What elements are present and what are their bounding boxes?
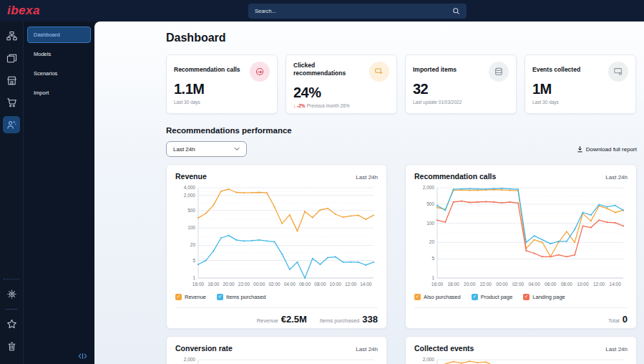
svg-text:5: 5 xyxy=(431,256,434,261)
secondary-sidebar: Dashboard Models Scenarios Import xyxy=(23,21,94,364)
stat-title: Clicked recommendations xyxy=(293,62,369,77)
legend-label: Product page xyxy=(481,294,513,300)
chart-footer: Revenue€2.5MItems purchased338 xyxy=(175,312,378,325)
stat-value: 1.1M xyxy=(174,81,270,97)
legend-checkbox[interactable]: ✓ xyxy=(175,294,182,300)
stat-card-clicked-recommendations: Clicked recommendations 24% ↓ -2%Previou… xyxy=(286,54,397,114)
settings-gear-icon[interactable] xyxy=(3,285,20,302)
personalization-icon[interactable] xyxy=(3,116,20,133)
svg-text:20: 20 xyxy=(190,242,196,247)
commerce-cart-icon[interactable] xyxy=(3,94,20,111)
svg-text:2,000: 2,000 xyxy=(184,357,196,362)
svg-text:10:00: 10:00 xyxy=(330,282,342,287)
svg-text:500: 500 xyxy=(426,201,434,206)
sidebar-item-dashboard[interactable]: Dashboard xyxy=(27,27,91,43)
legend-label: Landing page xyxy=(532,294,565,300)
divider xyxy=(175,307,378,308)
svg-text:06:00: 06:00 xyxy=(299,282,311,287)
svg-text:22:00: 22:00 xyxy=(238,282,250,287)
ibexa-logo[interactable]: ibexa xyxy=(7,4,40,18)
recommendation-calls-chart: 2,000500100205116:0018:0020:0022:0000:00… xyxy=(414,182,628,292)
controls-row: Last 24h Download full report xyxy=(166,141,637,157)
delta-down: ↓ -2% xyxy=(293,103,306,108)
legend-label: Items purchased xyxy=(226,294,265,300)
chart-card-revenue: RevenueLast 24h 4,0002,000500100205116:0… xyxy=(166,164,387,329)
database-icon xyxy=(489,62,509,82)
charts-grid: RevenueLast 24h 4,0002,000500100205116:0… xyxy=(166,164,637,364)
svg-text:20:00: 20:00 xyxy=(223,282,235,287)
legend-checkbox[interactable]: ✓ xyxy=(472,294,478,300)
svg-text:10:00: 10:00 xyxy=(577,282,589,287)
download-full-report-link[interactable]: Download full report xyxy=(577,145,637,153)
legend-checkbox[interactable]: ✓ xyxy=(523,294,530,300)
svg-text:1: 1 xyxy=(192,275,195,280)
stat-value: 32 xyxy=(413,81,509,97)
sidebar-item-models[interactable]: Models xyxy=(27,46,91,62)
footer-metric: Total0 xyxy=(608,312,628,325)
conversion-rate-chart: 2,000500100205116:0018:0020:0022:0000:00… xyxy=(175,354,378,364)
chart-title: Recommendation calls xyxy=(414,172,496,181)
legend-checkbox[interactable]: ✓ xyxy=(414,294,421,300)
search-icon[interactable] xyxy=(452,7,460,15)
stat-caption: Last 30 days xyxy=(174,100,270,105)
main-content: Dashboard Recommendation calls 1.1M Last… xyxy=(94,21,644,364)
stats-row: Recommendation calls 1.1M Last 30 days C… xyxy=(166,54,637,114)
stat-caption: Last update 01/03/2022 xyxy=(413,100,509,105)
collapse-sidebar-icon[interactable] xyxy=(78,353,87,360)
content-stack-icon[interactable] xyxy=(3,49,20,67)
svg-text:18:00: 18:00 xyxy=(447,282,459,287)
trash-icon[interactable] xyxy=(3,337,20,355)
download-label: Download full report xyxy=(586,146,637,153)
legend-item[interactable]: ✓Product page xyxy=(472,294,513,300)
svg-text:5: 5 xyxy=(192,258,195,263)
search-bar[interactable] xyxy=(248,4,467,19)
svg-text:12:00: 12:00 xyxy=(593,282,605,287)
bookmarks-star-icon[interactable] xyxy=(3,315,20,332)
svg-text:16:00: 16:00 xyxy=(192,282,205,287)
time-range-dropdown[interactable]: Last 24h xyxy=(166,141,247,157)
divider xyxy=(414,307,628,308)
legend-item[interactable]: ✓Also purchased xyxy=(414,294,461,300)
svg-text:20: 20 xyxy=(429,239,435,244)
svg-text:08:00: 08:00 xyxy=(314,282,326,287)
svg-text:18:00: 18:00 xyxy=(208,282,220,287)
rail-divider-dotted xyxy=(4,279,19,279)
stat-title: Recommendation calls xyxy=(174,66,240,74)
search-input[interactable] xyxy=(255,8,452,14)
chart-legend: ✓Revenue✓Items purchased xyxy=(175,292,378,302)
svg-text:02:00: 02:00 xyxy=(512,282,525,287)
svg-text:04:00: 04:00 xyxy=(529,282,541,287)
sync-circle-icon xyxy=(250,62,270,82)
svg-text:14:00: 14:00 xyxy=(360,282,372,287)
legend-item[interactable]: ✓Landing page xyxy=(523,294,565,300)
svg-text:1: 1 xyxy=(431,275,434,280)
svg-text:02:00: 02:00 xyxy=(268,282,280,287)
sitemap-icon[interactable] xyxy=(3,27,20,44)
page-title: Dashboard xyxy=(166,32,637,44)
legend-checkbox[interactable]: ✓ xyxy=(217,294,223,300)
section-heading: Recommendations performance xyxy=(166,126,637,135)
app-icon-rail xyxy=(0,21,23,364)
stat-card-recommendation-calls: Recommendation calls 1.1M Last 30 days xyxy=(166,54,278,114)
footer-metric: Items purchased338 xyxy=(320,312,378,325)
chart-legend: ✓Also purchased✓Product page✓Landing pag… xyxy=(414,292,628,302)
svg-text:20:00: 20:00 xyxy=(464,282,476,287)
legend-item[interactable]: ✓Items purchased xyxy=(217,294,265,300)
legend-item[interactable]: ✓Revenue xyxy=(175,294,206,300)
svg-text:16:00: 16:00 xyxy=(431,282,444,287)
chart-card-recommendation-calls: Recommendation callsLast 24h 2,000500100… xyxy=(405,164,637,329)
revenue-chart: 4,0002,000500100205116:0018:0020:0022:00… xyxy=(175,182,378,292)
chart-period: Last 24h xyxy=(605,346,628,353)
stat-caption: ↓ -2%Previous month 26% xyxy=(293,103,389,108)
sidebar-item-scenarios[interactable]: Scenarios xyxy=(27,65,91,82)
svg-text:00:00: 00:00 xyxy=(496,282,508,287)
stat-title: Events collected xyxy=(532,66,580,74)
sidebar-item-import[interactable]: Import xyxy=(27,85,91,101)
storefront-icon[interactable] xyxy=(3,72,20,89)
svg-text:100: 100 xyxy=(426,221,434,226)
svg-text:06:00: 06:00 xyxy=(545,282,557,287)
stat-card-imported-items: Imported items 32 Last update 01/03/2022 xyxy=(405,54,517,114)
stat-card-events-collected: Events collected 1M Last 30 days xyxy=(525,54,636,114)
svg-text:22:00: 22:00 xyxy=(480,282,492,287)
legend-label: Revenue xyxy=(185,294,206,300)
